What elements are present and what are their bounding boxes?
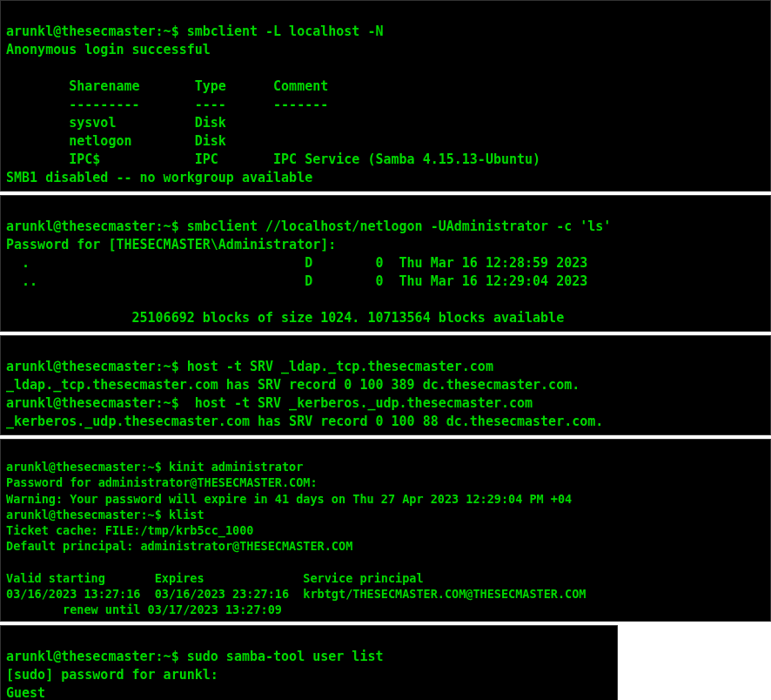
share-header: Sharename Type Comment [6, 78, 328, 94]
blocks-footer: 25106692 blocks of size 1024. 10713564 b… [6, 310, 564, 326]
klist-header: Valid starting Expires Service principal [6, 571, 424, 585]
user-entry: Guest [6, 685, 45, 700]
shell-prompt: arunkl@thesecmaster:~$ [6, 395, 195, 411]
command: klist [169, 508, 204, 522]
command: kinit administrator [169, 460, 303, 474]
password-prompt: Password for administrator@THESECMASTER.… [6, 475, 318, 489]
terminal-panel-smbclient-netlogon: arunkl@thesecmaster:~$ smbclient //local… [0, 195, 771, 332]
command: host -t SRV _kerberos._udp.thesecmaster.… [195, 395, 533, 411]
share-divider: --------- ---- ------- [6, 97, 328, 112]
terminal-panel-kinit-klist: arunkl@thesecmaster:~$ kinit administrat… [0, 439, 771, 622]
terminal-panel-samba-user-list: arunkl@thesecmaster:~$ sudo samba-tool u… [0, 625, 618, 700]
sudo-prompt: [sudo] password for arunkl: [6, 667, 218, 683]
login-message: Anonymous login successful [6, 42, 211, 57]
share-row: sysvol Disk [6, 115, 273, 131]
terminal-panel-host-srv: arunkl@thesecmaster:~$ host -t SRV _ldap… [0, 335, 771, 435]
shell-prompt: arunkl@thesecmaster:~$ [6, 359, 187, 374]
smb1-footer: SMB1 disabled -- no workgroup available [6, 170, 312, 185]
shell-prompt: arunkl@thesecmaster:~$ [6, 24, 187, 39]
share-row: IPC$ IPC IPC Service (Samba 4.15.13-Ubun… [6, 151, 540, 167]
ticket-cache: Ticket cache: FILE:/tmp/krb5cc_1000 [6, 523, 253, 537]
shell-prompt: arunkl@thesecmaster:~$ [6, 649, 187, 664]
default-principal: Default principal: administrator@THESECM… [6, 539, 352, 553]
command: smbclient //localhost/netlogon -UAdminis… [187, 219, 612, 234]
warning-message: Warning: Your password will expire in 41… [6, 492, 572, 506]
shell-prompt: arunkl@thesecmaster:~$ [6, 219, 187, 234]
password-prompt: Password for [THESECMASTER\Administrator… [6, 237, 336, 252]
dir-entry: . D 0 Thu Mar 16 12:28:59 2023 [6, 255, 587, 271]
klist-renew: renew until 03/17/2023 13:27:09 [6, 602, 282, 616]
dir-entry: .. D 0 Thu Mar 16 12:29:04 2023 [6, 273, 587, 289]
command: smbclient -L localhost -N [187, 24, 384, 39]
command: sudo samba-tool user list [187, 649, 384, 664]
shell-prompt: arunkl@thesecmaster:~$ [6, 460, 169, 474]
terminal-panel-smbclient-list: arunkl@thesecmaster:~$ smbclient -L loca… [0, 0, 771, 192]
share-row: netlogon Disk [6, 133, 273, 149]
command: host -t SRV _ldap._tcp.thesecmaster.com [187, 359, 493, 374]
srv-record-output: _kerberos._udp.thesecmaster.com has SRV … [6, 414, 603, 429]
srv-record-output: _ldap._tcp.thesecmaster.com has SRV reco… [6, 377, 580, 393]
klist-row: 03/16/2023 13:27:16 03/16/2023 23:27:16 … [6, 587, 586, 601]
shell-prompt: arunkl@thesecmaster:~$ [6, 508, 169, 522]
